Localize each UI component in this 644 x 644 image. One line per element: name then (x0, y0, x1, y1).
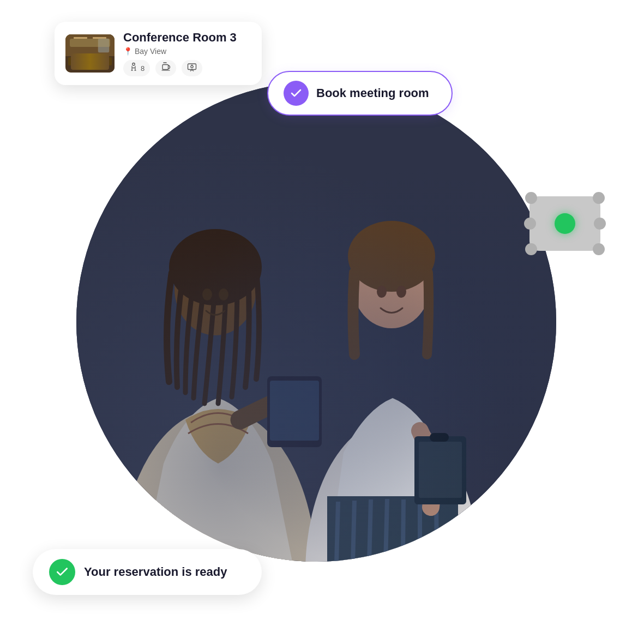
reservation-banner: Your reservation is ready (33, 549, 262, 595)
svg-rect-29 (71, 55, 109, 66)
device-corner-br (593, 243, 605, 255)
svg-rect-26 (65, 34, 115, 56)
svg-line-14 (384, 499, 387, 562)
svg-point-19 (348, 221, 435, 292)
svg-rect-32 (87, 57, 93, 65)
svg-point-6 (301, 378, 321, 394)
svg-rect-25 (65, 34, 115, 73)
coffee-icon (161, 62, 171, 74)
svg-line-17 (436, 502, 437, 562)
svg-point-2 (174, 243, 256, 335)
svg-point-5 (219, 288, 228, 300)
device-status-indicator (555, 213, 575, 234)
main-scene: Conference Room 3 📍 Bay View (0, 0, 644, 644)
coffee-amenity (155, 60, 176, 76)
reservation-check-icon (49, 559, 75, 585)
svg-rect-24 (430, 433, 449, 442)
svg-point-18 (352, 239, 431, 328)
access-control-device (529, 196, 600, 251)
device-corner-tr (593, 192, 605, 204)
svg-rect-23 (419, 442, 462, 498)
svg-rect-0 (76, 82, 556, 562)
svg-line-13 (368, 499, 371, 562)
svg-rect-7 (267, 376, 322, 447)
svg-rect-8 (270, 381, 319, 441)
svg-line-12 (352, 501, 354, 562)
chair-icon (129, 62, 139, 74)
svg-rect-10 (327, 496, 458, 562)
svg-line-11 (335, 502, 338, 562)
book-button-label: Book meeting room (316, 86, 429, 100)
book-check-icon (284, 81, 309, 106)
svg-rect-35 (98, 39, 109, 52)
reservation-text: Your reservation is ready (84, 565, 227, 579)
device-body (529, 196, 600, 251)
svg-point-4 (202, 288, 212, 300)
background-circle (76, 82, 556, 562)
svg-line-15 (402, 499, 404, 562)
svg-rect-28 (93, 37, 106, 39)
room-info: Conference Room 3 📍 Bay View (123, 31, 251, 76)
device-corner-bl (525, 243, 537, 255)
svg-rect-30 (68, 57, 75, 65)
device-side-left (524, 218, 536, 230)
device-side-right (594, 218, 606, 230)
svg-rect-31 (77, 57, 84, 65)
location-text: Bay View (135, 47, 166, 56)
room-name: Conference Room 3 (123, 31, 251, 45)
room-amenities: 8 (123, 60, 251, 76)
svg-rect-34 (105, 57, 112, 65)
projector-amenity (182, 60, 202, 76)
svg-point-39 (191, 65, 194, 68)
room-thumbnail (65, 34, 115, 73)
people-illustration (76, 82, 556, 562)
room-location: 📍 Bay View (123, 47, 251, 56)
capacity-amenity: 8 (123, 60, 150, 76)
book-meeting-room-button[interactable]: Book meeting room (267, 71, 453, 116)
svg-point-1 (120, 409, 316, 562)
room-card: Conference Room 3 📍 Bay View (55, 22, 262, 85)
svg-point-9 (305, 420, 480, 562)
svg-rect-27 (74, 37, 87, 39)
svg-rect-37 (162, 65, 168, 70)
capacity-count: 8 (141, 64, 145, 73)
svg-point-21 (396, 286, 406, 298)
svg-rect-22 (414, 436, 466, 504)
screen-icon (187, 62, 197, 74)
svg-point-20 (377, 286, 387, 298)
device-corner-tl (525, 192, 537, 204)
svg-rect-33 (96, 57, 103, 65)
svg-point-36 (133, 63, 135, 66)
location-pin-icon: 📍 (123, 47, 133, 56)
svg-point-3 (169, 229, 262, 305)
